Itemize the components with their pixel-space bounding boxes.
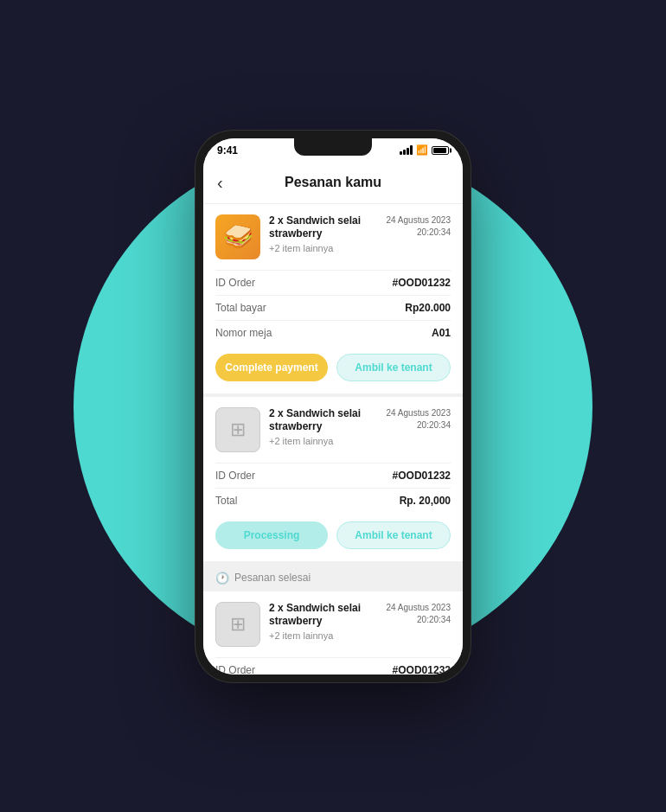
processing-button[interactable]: Processing [215, 521, 328, 549]
item-more-2: +2 item lainnya [269, 436, 451, 446]
detail-label-total-2: Total [215, 495, 237, 507]
order-details-2: ID Order #OOD01232 Total Rp. 20,000 [203, 463, 463, 513]
ambil-tenant-button-2[interactable]: Ambil ke tenant [336, 521, 451, 549]
detail-label-id-2: ID Order [215, 470, 255, 482]
detail-row-total-2: Total Rp. 20,000 [215, 488, 451, 513]
orders-scroll-area[interactable]: 🥪 2 x Sandwich selai strawberry 24 Agust… [203, 204, 463, 675]
order-card-1: 🥪 2 x Sandwich selai strawberry 24 Agust… [203, 204, 463, 393]
item-name-2: 2 x Sandwich selai strawberry [269, 407, 381, 434]
page-header: ‹ Pesanan kamu [203, 163, 463, 204]
item-date-3: 24 Agustus 2023 20:20:34 [386, 602, 451, 626]
wifi-icon: 📶 [416, 144, 428, 156]
item-date-1: 24 Agustus 2023 20:20:34 [386, 214, 451, 239]
food-emoji: 🥪 [223, 222, 253, 251]
item-more-1: +2 item lainnya [269, 243, 451, 253]
detail-label-table-1: Nomor meja [215, 327, 272, 339]
order-item-info-1: 2 x Sandwich selai strawberry 24 Agustus… [269, 214, 451, 253]
detail-value-total-1: Rp20.000 [405, 302, 451, 314]
detail-row-table-1: Nomor meja A01 [215, 320, 451, 345]
item-date-2: 24 Agustus 2023 20:20:34 [386, 407, 451, 432]
status-bar: 9:41 📶 [203, 138, 463, 163]
placeholder-icon-2: ⊞ [230, 419, 246, 441]
order-card-3: ⊞ 2 x Sandwich selai strawberry 24 Agust… [203, 591, 463, 675]
notch [294, 138, 372, 156]
item-more-3: +2 item lainnya [269, 630, 451, 641]
order-item-info-3: 2 x Sandwich selai strawberry 24 Agustus… [269, 602, 451, 641]
detail-row-id-3: ID Order #OOD01232 [215, 657, 451, 675]
placeholder-icon-3: ⊞ [230, 613, 246, 636]
detail-row-id-2: ID Order #OOD01232 [215, 463, 451, 488]
detail-value-id-1: #OOD01232 [393, 277, 451, 289]
detail-label-id-1: ID Order [215, 277, 255, 289]
order-item-info-2: 2 x Sandwich selai strawberry 24 Agustus… [269, 407, 451, 446]
order-card-2: ⊞ 2 x Sandwich selai strawberry 24 Agust… [203, 397, 463, 561]
battery-icon [432, 146, 449, 155]
detail-row-total-1: Total bayar Rp20.000 [215, 295, 451, 320]
clock-icon: 🕐 [215, 572, 229, 585]
item-name-row-2: 2 x Sandwich selai strawberry 24 Agustus… [269, 407, 451, 434]
action-row-1: Complete payment Ambil ke tenant [203, 345, 463, 393]
phone-body: 9:41 📶 ‹ Pesanan kamu [195, 130, 471, 683]
order-item-image-1: 🥪 [215, 214, 260, 259]
item-name-row-3: 2 x Sandwich selai strawberry 24 Agustus… [269, 602, 451, 629]
page-title: Pesanan kamu [285, 175, 381, 190]
order-item-image-3: ⊞ [215, 602, 260, 647]
item-name-row-1: 2 x Sandwich selai strawberry 24 Agustus… [269, 214, 451, 241]
section-divider-completed: 🕐 Pesanan selesai [203, 565, 463, 591]
order-details-3: ID Order #OOD01232 Total Rp. 20,000 [203, 657, 463, 675]
divider-label: Pesanan selesai [234, 572, 311, 584]
detail-value-id-2: #OOD01232 [393, 470, 451, 482]
detail-label-total-1: Total bayar [215, 302, 266, 314]
order-item-row-1: 🥪 2 x Sandwich selai strawberry 24 Agust… [203, 204, 463, 270]
phone-frame: 9:41 📶 ‹ Pesanan kamu [195, 130, 471, 683]
ambil-tenant-button-1[interactable]: Ambil ke tenant [336, 354, 451, 381]
phone-screen: 9:41 📶 ‹ Pesanan kamu [203, 138, 463, 675]
order-details-1: ID Order #OOD01232 Total bayar Rp20.000 … [203, 270, 463, 345]
detail-row-id-1: ID Order #OOD01232 [215, 270, 451, 295]
item-name-3: 2 x Sandwich selai strawberry [269, 602, 381, 629]
status-icons: 📶 [400, 144, 449, 156]
signal-icon [400, 145, 413, 155]
order-item-row-2: ⊞ 2 x Sandwich selai strawberry 24 Agust… [203, 397, 463, 463]
detail-value-total-2: Rp. 20,000 [400, 495, 451, 507]
detail-value-id-3: #OOD01232 [393, 664, 451, 675]
back-button[interactable]: ‹ [217, 171, 228, 195]
detail-value-table-1: A01 [432, 327, 451, 339]
order-item-image-2: ⊞ [215, 407, 260, 452]
complete-payment-button[interactable]: Complete payment [215, 354, 328, 381]
item-name-1: 2 x Sandwich selai strawberry [269, 214, 381, 241]
order-item-row-3: ⊞ 2 x Sandwich selai strawberry 24 Agust… [203, 591, 463, 657]
status-time: 9:41 [217, 144, 238, 157]
action-row-2: Processing Ambil ke tenant [203, 513, 463, 561]
detail-label-id-3: ID Order [215, 664, 255, 675]
